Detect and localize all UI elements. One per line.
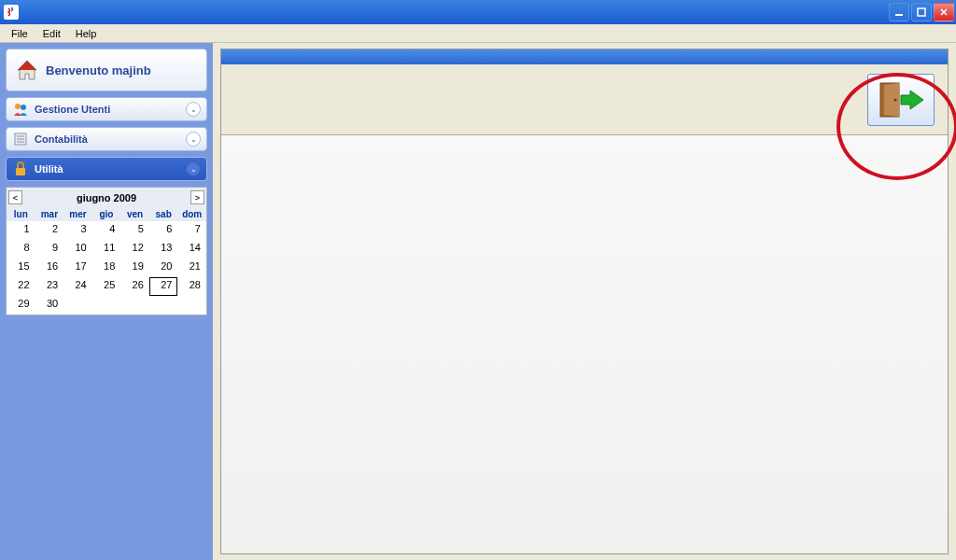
chevron-down-icon: ⌄ — [186, 132, 201, 147]
calendar-day[interactable]: 13 — [149, 240, 178, 259]
titlebar — [0, 0, 956, 24]
chevron-down-icon: ⌄ — [186, 161, 201, 176]
menu-edit[interactable]: Edit — [35, 26, 68, 41]
section-accounting[interactable]: Contabilità ⌄ — [6, 127, 207, 151]
calendar-day[interactable]: 20 — [149, 259, 178, 277]
calendar-title: giugno 2009 — [77, 192, 136, 203]
calendar-day[interactable]: 15 — [7, 259, 35, 277]
svg-point-4 — [15, 104, 21, 109]
menu-file[interactable]: File — [4, 26, 35, 41]
calendar-day[interactable]: 1 — [7, 221, 35, 240]
calendar-day-header: sab — [149, 207, 178, 221]
calendar-day[interactable]: 16 — [35, 259, 64, 277]
menubar: File Edit Help — [0, 24, 956, 43]
chevron-down-icon: ⌄ — [186, 102, 201, 117]
calendar-day[interactable]: 2 — [35, 221, 64, 240]
calendar-empty — [92, 296, 121, 315]
calendar-day[interactable]: 8 — [7, 240, 35, 259]
users-icon — [12, 101, 29, 118]
calendar-day[interactable]: 30 — [35, 296, 64, 315]
minimize-button[interactable] — [889, 3, 909, 21]
close-button[interactable] — [934, 3, 954, 21]
main-area — [213, 43, 956, 560]
section-utility-label: Utilità — [35, 163, 180, 175]
calendar-day-header: mar — [35, 207, 64, 221]
calendar-day-header: gio — [92, 207, 121, 221]
calendar-day[interactable]: 28 — [177, 277, 206, 296]
exit-button[interactable] — [867, 74, 935, 126]
welcome-panel: Benvenuto majinb — [6, 49, 207, 91]
svg-marker-14 — [901, 91, 923, 109]
calendar-day[interactable]: 5 — [120, 221, 149, 240]
welcome-label: Benvenuto majinb — [46, 63, 151, 77]
calendar-day[interactable]: 9 — [35, 240, 64, 259]
calendar-prev-button[interactable]: < — [8, 190, 22, 204]
calendar-day[interactable]: 29 — [7, 296, 35, 315]
svg-point-5 — [21, 105, 26, 110]
calendar-day[interactable]: 18 — [92, 259, 121, 277]
calendar-day[interactable]: 14 — [177, 240, 206, 259]
calendar-empty — [149, 296, 178, 315]
calendar-day[interactable]: 22 — [7, 277, 35, 296]
svg-rect-10 — [16, 168, 25, 175]
calendar-day[interactable]: 23 — [35, 277, 64, 296]
calendar-day-header: ven — [120, 207, 149, 221]
calendar-empty — [177, 296, 206, 315]
calendar-day-header: lun — [7, 207, 35, 221]
calendar-grid: 1234567891011121314151617181920212223242… — [7, 221, 206, 315]
svg-rect-0 — [895, 14, 903, 16]
calendar-day[interactable]: 3 — [63, 221, 92, 240]
calendar-day[interactable]: 27 — [149, 277, 178, 296]
section-utility[interactable]: Utilità ⌄ — [6, 157, 207, 181]
sidebar: Benvenuto majinb Gestione Utenti ⌄ Conta… — [0, 43, 213, 560]
svg-point-13 — [894, 98, 897, 101]
calendar-day[interactable]: 11 — [92, 240, 121, 259]
calendar-empty — [120, 296, 149, 315]
calendar-day[interactable]: 7 — [177, 221, 206, 240]
calendar-day[interactable]: 17 — [63, 259, 92, 277]
svg-rect-1 — [918, 8, 925, 16]
calendar-empty — [63, 296, 92, 315]
house-icon — [14, 59, 40, 81]
section-users-label: Gestione Utenti — [35, 104, 180, 115]
calendar-day[interactable]: 26 — [120, 277, 149, 296]
window-controls — [889, 3, 954, 21]
inner-titlebar — [221, 49, 948, 64]
calendar-day[interactable]: 6 — [149, 221, 178, 240]
calendar-day[interactable]: 4 — [92, 221, 121, 240]
toolbar — [221, 64, 948, 135]
svg-marker-3 — [18, 61, 36, 70]
lock-icon — [12, 161, 29, 177]
java-icon — [4, 5, 19, 20]
calendar-day-headers: lunmarmergiovensabdom — [7, 207, 206, 221]
calendar-day-header: mer — [63, 207, 92, 221]
calendar-day[interactable]: 25 — [92, 277, 121, 296]
calendar-day[interactable]: 24 — [63, 277, 92, 296]
ledger-icon — [12, 131, 29, 147]
calendar-day[interactable]: 19 — [120, 259, 149, 277]
maximize-button[interactable] — [911, 3, 932, 21]
door-exit-icon — [875, 79, 927, 120]
calendar-day[interactable]: 10 — [63, 240, 92, 259]
calendar: < giugno 2009 > lunmarmergiovensabdom 12… — [6, 187, 207, 315]
calendar-day[interactable]: 12 — [120, 240, 149, 259]
calendar-next-button[interactable]: > — [190, 190, 204, 204]
section-users[interactable]: Gestione Utenti ⌄ — [6, 97, 207, 121]
calendar-day[interactable]: 21 — [177, 259, 206, 277]
calendar-day-header: dom — [177, 207, 206, 221]
menu-help[interactable]: Help — [68, 26, 105, 41]
svg-marker-12 — [884, 83, 899, 117]
section-accounting-label: Contabilità — [35, 133, 180, 145]
